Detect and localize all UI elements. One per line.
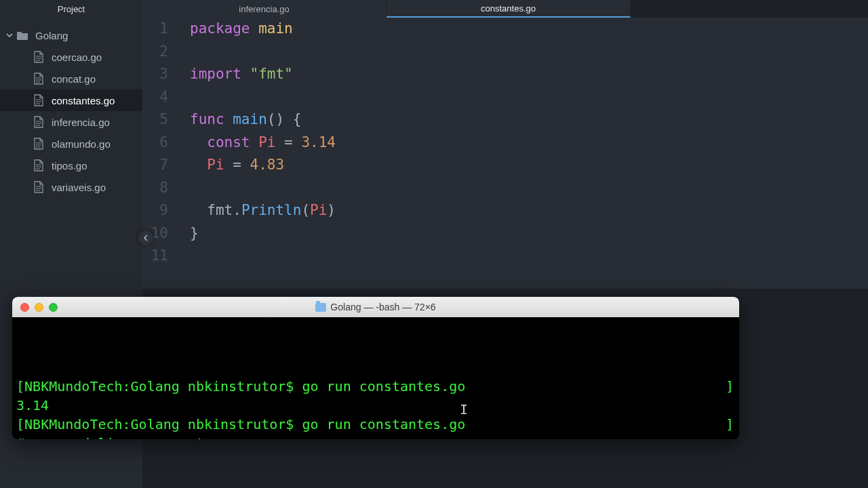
code-area[interactable]: package mainimport "fmt"func main() { co… <box>178 18 868 289</box>
line-gutter: 1234567891011 <box>142 18 178 289</box>
terminal-output[interactable]: I [NBKMundoTech:Golang nbkinstrutor$ go … <box>12 317 739 439</box>
tree-file[interactable]: coercao.go <box>0 46 142 68</box>
line-number: 8 <box>142 177 168 200</box>
folder-label: Golang <box>35 30 68 41</box>
window-controls <box>20 303 58 312</box>
code-line[interactable]: } <box>190 222 868 245</box>
code-line[interactable]: fmt.Println(Pi) <box>190 199 868 222</box>
tree-folder-golang[interactable]: Golang <box>0 24 142 46</box>
file-label: variaveis.go <box>52 182 106 193</box>
file-icon <box>33 94 45 106</box>
line-number: 6 <box>142 131 168 155</box>
code-line[interactable] <box>190 86 868 109</box>
line-number: 11 <box>142 245 168 268</box>
editor-tabs: inferencia.goconstantes.go <box>142 0 868 18</box>
zoom-window-button[interactable] <box>49 303 58 312</box>
file-icon <box>33 51 45 63</box>
tree-file[interactable]: concat.go <box>0 68 142 89</box>
line-number: 7 <box>142 154 168 177</box>
file-icon <box>33 159 45 171</box>
code-line[interactable]: const Pi = 3.14 <box>190 131 868 155</box>
line-number: 1 <box>142 18 168 41</box>
line-number: 3 <box>142 63 168 86</box>
tree-file[interactable]: constantes.go <box>0 89 142 111</box>
file-label: olamundo.go <box>52 138 111 150</box>
terminal-title: Golang — -bash — 72×6 <box>12 302 739 312</box>
file-icon <box>33 138 45 150</box>
collapse-sidebar-button[interactable] <box>138 230 153 245</box>
terminal-line: [NBKMundoTech:Golang nbkinstrutor$ go ru… <box>16 377 735 396</box>
sidebar-title: Project <box>0 0 142 18</box>
terminal-line: # command-line-arguments <box>16 434 735 439</box>
file-icon <box>33 181 45 193</box>
file-label: inferencia.go <box>52 117 110 128</box>
tree-file[interactable]: inferencia.go <box>0 111 142 133</box>
line-number: 9 <box>142 199 168 222</box>
file-icon <box>33 116 45 128</box>
terminal-line: 3.14 <box>16 396 735 415</box>
code-line[interactable]: Pi = 4.83 <box>190 154 868 177</box>
line-number: 2 <box>142 41 168 64</box>
terminal-title-text: Golang — -bash — 72×6 <box>330 302 435 312</box>
terminal-window: Golang — -bash — 72×6 I [NBKMundoTech:Go… <box>12 297 739 439</box>
code-line[interactable] <box>190 245 868 268</box>
file-label: tipos.go <box>52 160 87 171</box>
file-tree: Golang coercao.go concat.go constantes.g… <box>0 18 142 198</box>
code-line[interactable]: package main <box>190 18 868 41</box>
file-icon <box>33 73 45 85</box>
editor-tab[interactable]: inferencia.go <box>142 0 387 18</box>
file-label: coercao.go <box>52 52 102 63</box>
folder-icon <box>315 303 326 312</box>
chevron-down-icon <box>5 31 14 39</box>
minimize-window-button[interactable] <box>35 303 43 312</box>
tree-file[interactable]: olamundo.go <box>0 133 142 155</box>
editor-tab[interactable]: constantes.go <box>387 0 631 18</box>
terminal-line: [NBKMundoTech:Golang nbkinstrutor$ go ru… <box>16 415 735 434</box>
line-number: 5 <box>142 108 168 131</box>
close-window-button[interactable] <box>20 303 29 312</box>
file-label: constantes.go <box>52 95 115 106</box>
terminal-titlebar[interactable]: Golang — -bash — 72×6 <box>12 297 739 317</box>
code-line[interactable]: import "fmt" <box>190 63 868 86</box>
code-line[interactable]: func main() { <box>190 108 868 131</box>
code-editor[interactable]: 1234567891011 package mainimport "fmt"fu… <box>142 18 868 289</box>
code-line[interactable] <box>190 177 868 200</box>
tree-file[interactable]: variaveis.go <box>0 176 142 198</box>
code-line[interactable] <box>190 41 868 64</box>
folder-icon <box>16 29 28 41</box>
tree-file[interactable]: tipos.go <box>0 155 142 176</box>
line-number: 4 <box>142 86 168 109</box>
file-label: concat.go <box>52 73 96 85</box>
